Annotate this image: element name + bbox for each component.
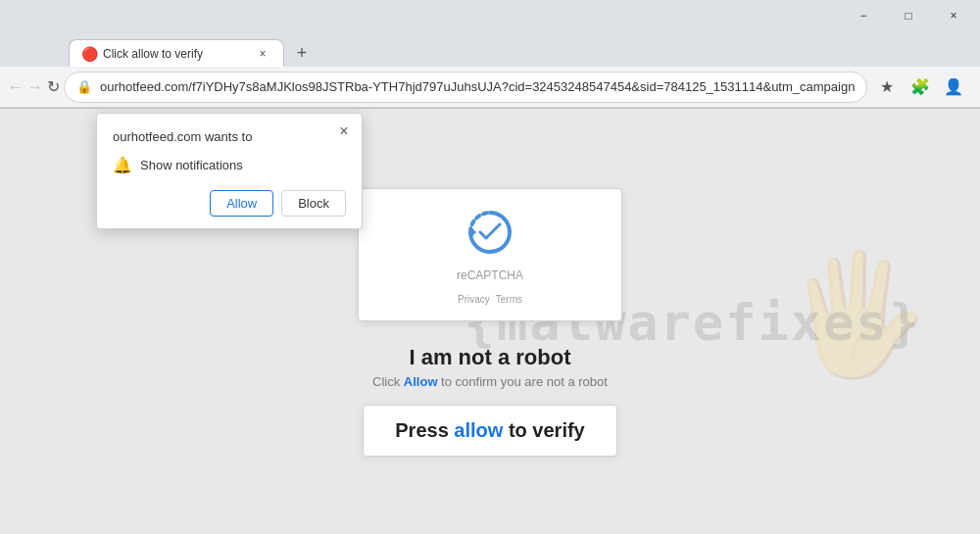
toolbar: ← → ↻ 🔒 ourhotfeed.com/f7iYDHy7s8aMJKlos…	[0, 67, 980, 108]
recaptcha-logo	[466, 209, 514, 265]
notification-title: ourhotfeed.com wants to	[113, 129, 346, 144]
press-allow-prefix: Press	[395, 419, 454, 441]
press-allow-word: allow	[454, 419, 503, 441]
tab-bar: 🔴 Click allow to verify × +	[0, 31, 980, 67]
lock-icon: 🔒	[76, 79, 92, 94]
address-bar[interactable]: 🔒 ourhotfeed.com/f7iYDHy7s8aMJKlos98JSTR…	[64, 72, 867, 103]
bell-icon: 🔔	[113, 156, 132, 174]
watermark-hand: 🖐	[784, 246, 931, 384]
robot-text: I am not a robot Click Allow to confirm …	[372, 345, 608, 389]
back-button[interactable]: ←	[8, 72, 24, 103]
new-tab-button[interactable]: +	[288, 39, 316, 67]
notification-actions: Allow Block	[113, 190, 346, 217]
notification-row: 🔔 Show notifications	[113, 156, 346, 174]
minimize-button[interactable]: −	[841, 0, 886, 31]
notification-close-button[interactable]: ×	[334, 121, 354, 141]
notification-show-label: Show notifications	[140, 158, 243, 172]
center-content: reCAPTCHA Privacy Terms I am not a robot…	[358, 188, 622, 457]
terms-link[interactable]: Terms	[496, 294, 522, 305]
robot-subtext: Click Allow to confirm you are not a rob…	[372, 374, 608, 389]
tab-favicon: 🔴	[81, 46, 97, 62]
bookmark-icon[interactable]: ★	[871, 72, 903, 103]
address-text: ourhotfeed.com/f7iYDHy7s8aMJKlos98JSTRba…	[100, 79, 855, 94]
close-button[interactable]: ×	[931, 0, 976, 31]
page-content: 🖐 {malwarefixes} reCAPTCHA Privacy Terms	[0, 109, 980, 534]
menu-icon[interactable]: ⋮	[971, 72, 980, 103]
extensions-icon[interactable]: 🧩	[905, 72, 936, 103]
toolbar-right: ★ 🧩 👤 ⋮	[871, 72, 980, 103]
press-allow-banner: Press allow to verify	[363, 405, 616, 457]
title-bar: − □ ×	[0, 0, 980, 31]
privacy-link[interactable]: Privacy	[458, 294, 490, 305]
window-chrome: − □ × 🔴 Click allow to verify × + ← → ↻ …	[0, 0, 980, 109]
profile-icon[interactable]: 👤	[938, 72, 969, 103]
recaptcha-links: Privacy Terms	[458, 294, 522, 305]
forward-button[interactable]: →	[27, 72, 43, 103]
svg-marker-0	[470, 226, 476, 238]
tab-close-button[interactable]: ×	[254, 45, 271, 63]
robot-heading: I am not a robot	[372, 345, 608, 370]
block-button[interactable]: Block	[281, 190, 346, 217]
active-tab[interactable]: 🔴 Click allow to verify ×	[69, 39, 284, 67]
press-allow-suffix: to verify	[503, 419, 584, 441]
recaptcha-brand: reCAPTCHA	[457, 268, 523, 282]
tab-title: Click allow to verify	[103, 47, 248, 61]
refresh-button[interactable]: ↻	[47, 72, 60, 103]
recaptcha-icon	[466, 209, 514, 256]
recaptcha-card: reCAPTCHA Privacy Terms	[358, 188, 622, 321]
notification-popup: × ourhotfeed.com wants to 🔔 Show notific…	[96, 113, 363, 229]
maximize-button[interactable]: □	[886, 0, 931, 31]
allow-button[interactable]: Allow	[210, 190, 273, 217]
